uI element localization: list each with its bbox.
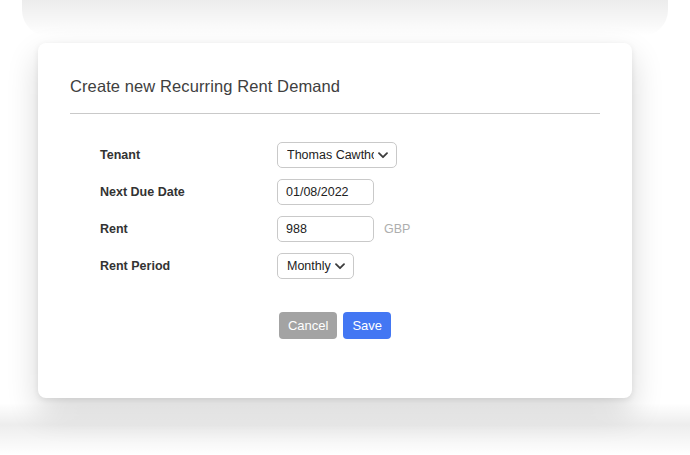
rent-period-label: Rent Period [100,259,277,273]
save-button[interactable]: Save [343,312,391,339]
form-row-next-due-date: Next Due Date [100,179,600,205]
recurring-rent-demand-modal: Create new Recurring Rent Demand Tenant … [38,43,632,398]
form-row-tenant: Tenant Thomas Cawthorn [100,142,600,168]
tenant-select[interactable]: Thomas Cawthorn [277,142,397,168]
cancel-button[interactable]: Cancel [279,312,337,339]
tenant-label: Tenant [100,148,277,162]
form-row-rent-period: Rent Period Monthly [100,253,600,279]
modal-actions: Cancel Save [70,312,600,339]
rent-period-select-wrap: Monthly [277,253,354,279]
next-due-date-label: Next Due Date [100,185,277,199]
modal-title: Create new Recurring Rent Demand [70,77,600,96]
rent-period-select[interactable]: Monthly [277,253,354,279]
tenant-select-wrap: Thomas Cawthorn [277,142,397,168]
page-top-shadow [22,0,668,36]
rent-demand-form: Tenant Thomas Cawthorn Next Due Date Ren… [70,142,600,279]
title-divider [70,113,600,114]
currency-label: GBP [384,222,410,236]
form-row-rent: Rent GBP [100,216,600,242]
page-bottom-shadow [0,403,690,455]
rent-amount-input[interactable] [277,216,374,242]
next-due-date-input[interactable] [277,179,374,205]
rent-label: Rent [100,222,277,236]
